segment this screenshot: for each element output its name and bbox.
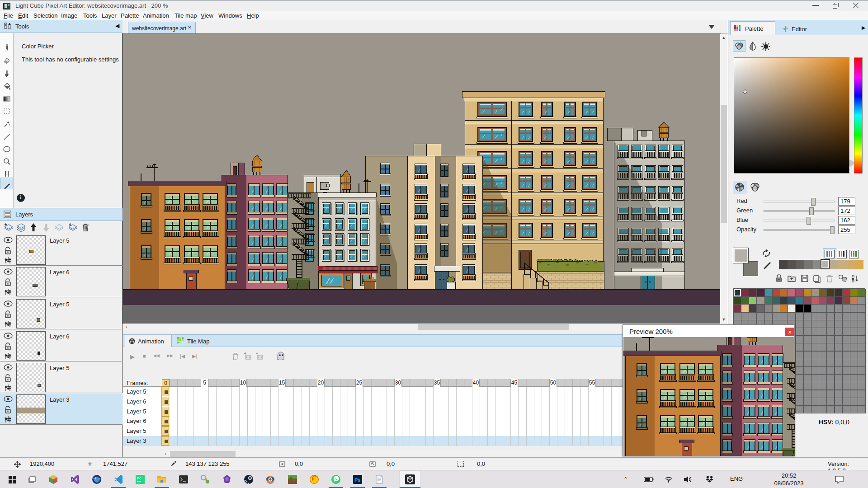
svg-text:PC: PC	[137, 477, 142, 480]
svg-text:Ps: Ps	[354, 477, 360, 483]
